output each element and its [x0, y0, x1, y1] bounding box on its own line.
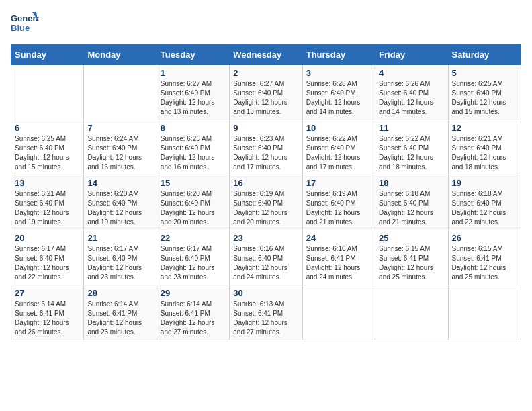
- col-header-wednesday: Wednesday: [230, 45, 302, 65]
- calendar-cell: 28Sunrise: 6:14 AMSunset: 6:41 PMDayligh…: [84, 285, 157, 340]
- week-row-4: 20Sunrise: 6:17 AMSunset: 6:40 PMDayligh…: [11, 230, 521, 285]
- day-number: 2: [233, 68, 298, 78]
- calendar-cell: 26Sunrise: 6:15 AMSunset: 6:41 PMDayligh…: [448, 230, 521, 285]
- calendar-cell: 2Sunrise: 6:27 AMSunset: 6:40 PMDaylight…: [230, 65, 302, 120]
- day-number: 24: [306, 233, 371, 243]
- calendar-cell: 19Sunrise: 6:18 AMSunset: 6:40 PMDayligh…: [448, 175, 521, 230]
- day-number: 27: [15, 288, 80, 298]
- day-number: 21: [87, 233, 152, 243]
- calendar-cell: 1Sunrise: 6:27 AMSunset: 6:40 PMDaylight…: [157, 65, 229, 120]
- day-info: Sunrise: 6:22 AMSunset: 6:40 PMDaylight:…: [306, 134, 371, 172]
- calendar-cell: [84, 65, 157, 120]
- svg-text:Blue: Blue: [11, 23, 30, 33]
- calendar-cell: [11, 65, 84, 120]
- calendar-cell: 12Sunrise: 6:21 AMSunset: 6:40 PMDayligh…: [448, 120, 521, 175]
- calendar-cell: 9Sunrise: 6:23 AMSunset: 6:40 PMDaylight…: [230, 120, 302, 175]
- day-info: Sunrise: 6:21 AMSunset: 6:40 PMDaylight:…: [15, 189, 80, 227]
- calendar-cell: 6Sunrise: 6:25 AMSunset: 6:40 PMDaylight…: [11, 120, 84, 175]
- day-info: Sunrise: 6:14 AMSunset: 6:41 PMDaylight:…: [161, 300, 226, 337]
- day-number: 1: [161, 68, 226, 78]
- header-row: SundayMondayTuesdayWednesdayThursdayFrid…: [11, 45, 521, 65]
- day-number: 12: [452, 123, 517, 133]
- calendar-cell: 20Sunrise: 6:17 AMSunset: 6:40 PMDayligh…: [11, 230, 84, 285]
- calendar-cell: [302, 285, 375, 340]
- col-header-friday: Friday: [375, 45, 448, 65]
- calendar-cell: [375, 285, 448, 340]
- day-info: Sunrise: 6:26 AMSunset: 6:40 PMDaylight:…: [306, 79, 371, 117]
- week-row-1: 1Sunrise: 6:27 AMSunset: 6:40 PMDaylight…: [11, 65, 521, 120]
- day-number: 16: [233, 178, 298, 188]
- day-info: Sunrise: 6:19 AMSunset: 6:40 PMDaylight:…: [306, 189, 371, 227]
- day-info: Sunrise: 6:27 AMSunset: 6:40 PMDaylight:…: [233, 79, 298, 117]
- day-info: Sunrise: 6:14 AMSunset: 6:41 PMDaylight:…: [87, 300, 152, 337]
- week-row-2: 6Sunrise: 6:25 AMSunset: 6:40 PMDaylight…: [11, 120, 521, 175]
- calendar-cell: 22Sunrise: 6:17 AMSunset: 6:40 PMDayligh…: [157, 230, 229, 285]
- week-row-5: 27Sunrise: 6:14 AMSunset: 6:41 PMDayligh…: [11, 285, 521, 340]
- calendar-cell: 5Sunrise: 6:25 AMSunset: 6:40 PMDaylight…: [448, 65, 521, 120]
- day-number: 19: [452, 178, 517, 188]
- day-info: Sunrise: 6:22 AMSunset: 6:40 PMDaylight:…: [379, 134, 444, 172]
- day-info: Sunrise: 6:20 AMSunset: 6:40 PMDaylight:…: [87, 189, 152, 227]
- calendar-cell: 7Sunrise: 6:24 AMSunset: 6:40 PMDaylight…: [84, 120, 157, 175]
- day-number: 7: [87, 123, 152, 133]
- day-info: Sunrise: 6:24 AMSunset: 6:40 PMDaylight:…: [87, 134, 152, 172]
- day-info: Sunrise: 6:17 AMSunset: 6:40 PMDaylight:…: [15, 244, 80, 282]
- calendar-cell: 3Sunrise: 6:26 AMSunset: 6:40 PMDaylight…: [302, 65, 375, 120]
- calendar-cell: 17Sunrise: 6:19 AMSunset: 6:40 PMDayligh…: [302, 175, 375, 230]
- col-header-sunday: Sunday: [11, 45, 84, 65]
- calendar-cell: 14Sunrise: 6:20 AMSunset: 6:40 PMDayligh…: [84, 175, 157, 230]
- day-info: Sunrise: 6:23 AMSunset: 6:40 PMDaylight:…: [161, 134, 226, 172]
- day-number: 18: [379, 178, 444, 188]
- day-number: 23: [233, 233, 298, 243]
- calendar-cell: 18Sunrise: 6:18 AMSunset: 6:40 PMDayligh…: [375, 175, 448, 230]
- day-number: 25: [379, 233, 444, 243]
- day-info: Sunrise: 6:15 AMSunset: 6:41 PMDaylight:…: [379, 244, 444, 282]
- day-number: 22: [161, 233, 226, 243]
- day-info: Sunrise: 6:18 AMSunset: 6:40 PMDaylight:…: [452, 189, 517, 227]
- header: General Blue: [11, 11, 521, 36]
- day-number: 29: [161, 288, 226, 298]
- col-header-saturday: Saturday: [448, 45, 521, 65]
- calendar-table: SundayMondayTuesdayWednesdayThursdayFrid…: [11, 44, 521, 340]
- day-info: Sunrise: 6:21 AMSunset: 6:40 PMDaylight:…: [452, 134, 517, 172]
- day-info: Sunrise: 6:15 AMSunset: 6:41 PMDaylight:…: [452, 244, 517, 282]
- day-info: Sunrise: 6:16 AMSunset: 6:41 PMDaylight:…: [306, 244, 371, 282]
- day-number: 15: [161, 178, 226, 188]
- day-info: Sunrise: 6:16 AMSunset: 6:40 PMDaylight:…: [233, 244, 298, 282]
- week-row-3: 13Sunrise: 6:21 AMSunset: 6:40 PMDayligh…: [11, 175, 521, 230]
- day-number: 11: [379, 123, 444, 133]
- calendar-cell: 25Sunrise: 6:15 AMSunset: 6:41 PMDayligh…: [375, 230, 448, 285]
- calendar-cell: 10Sunrise: 6:22 AMSunset: 6:40 PMDayligh…: [302, 120, 375, 175]
- day-info: Sunrise: 6:20 AMSunset: 6:40 PMDaylight:…: [161, 189, 226, 227]
- day-number: 28: [87, 288, 152, 298]
- day-info: Sunrise: 6:27 AMSunset: 6:40 PMDaylight:…: [161, 79, 226, 117]
- day-info: Sunrise: 6:17 AMSunset: 6:40 PMDaylight:…: [87, 244, 152, 282]
- calendar-cell: 23Sunrise: 6:16 AMSunset: 6:40 PMDayligh…: [230, 230, 302, 285]
- day-info: Sunrise: 6:13 AMSunset: 6:41 PMDaylight:…: [233, 300, 298, 337]
- calendar-cell: 27Sunrise: 6:14 AMSunset: 6:41 PMDayligh…: [11, 285, 84, 340]
- day-number: 8: [161, 123, 226, 133]
- day-number: 13: [15, 178, 80, 188]
- day-number: 9: [233, 123, 298, 133]
- day-info: Sunrise: 6:26 AMSunset: 6:40 PMDaylight:…: [379, 79, 444, 117]
- day-number: 10: [306, 123, 371, 133]
- day-info: Sunrise: 6:25 AMSunset: 6:40 PMDaylight:…: [15, 134, 80, 172]
- day-info: Sunrise: 6:19 AMSunset: 6:40 PMDaylight:…: [233, 189, 298, 227]
- col-header-tuesday: Tuesday: [157, 45, 229, 65]
- day-number: 17: [306, 178, 371, 188]
- day-number: 4: [379, 68, 444, 78]
- calendar-cell: 4Sunrise: 6:26 AMSunset: 6:40 PMDaylight…: [375, 65, 448, 120]
- day-info: Sunrise: 6:18 AMSunset: 6:40 PMDaylight:…: [379, 189, 444, 227]
- calendar-cell: [448, 285, 521, 340]
- col-header-thursday: Thursday: [302, 45, 375, 65]
- day-number: 30: [233, 288, 298, 298]
- calendar-cell: 15Sunrise: 6:20 AMSunset: 6:40 PMDayligh…: [157, 175, 229, 230]
- calendar-cell: 30Sunrise: 6:13 AMSunset: 6:41 PMDayligh…: [230, 285, 302, 340]
- calendar-cell: 8Sunrise: 6:23 AMSunset: 6:40 PMDaylight…: [157, 120, 229, 175]
- calendar-cell: 11Sunrise: 6:22 AMSunset: 6:40 PMDayligh…: [375, 120, 448, 175]
- calendar-cell: 21Sunrise: 6:17 AMSunset: 6:40 PMDayligh…: [84, 230, 157, 285]
- day-number: 26: [452, 233, 517, 243]
- day-number: 3: [306, 68, 371, 78]
- logo: General Blue: [11, 11, 39, 36]
- col-header-monday: Monday: [84, 45, 157, 65]
